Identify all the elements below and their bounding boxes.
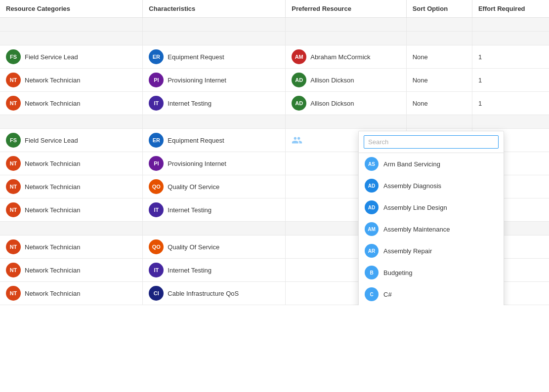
resource-cell: FSField Service Lead <box>0 45 143 69</box>
characteristic-cell: ITInternet Testing <box>143 259 286 282</box>
avatar: B <box>365 266 379 279</box>
avatar: FS <box>6 49 21 64</box>
resource-label: Network Technician <box>25 243 80 251</box>
list-item[interactable]: CC# <box>359 283 504 305</box>
resource-cell: NTNetwork Technician <box>0 282 143 305</box>
col-header-resource: Resource Categories <box>0 0 143 18</box>
resource-label: Network Technician <box>25 267 80 274</box>
characteristic-cell: ITInternet Testing <box>143 198 286 222</box>
characteristic-label: Cable Infrastructure QoS <box>168 290 239 297</box>
resource-cell: NTNetwork Technician <box>0 235 143 259</box>
characteristic-label: Internet Testing <box>168 267 211 274</box>
preferred-cell[interactable]: AMAbraham McCormick <box>286 45 406 69</box>
resource-label: Network Technician <box>25 206 80 214</box>
avatar: AM <box>365 222 379 236</box>
section-header-cell <box>406 32 472 45</box>
table-row <box>0 18 549 32</box>
resource-label: Field Service Lead <box>25 53 78 61</box>
avatar: NT <box>6 96 21 111</box>
dropdown-search-container <box>359 131 504 153</box>
resource-label: Network Technician <box>25 290 80 297</box>
avatar: C <box>365 287 379 301</box>
dropdown-list[interactable]: ASArm Band ServicingADAssembly Diagnosis… <box>359 153 504 305</box>
avatar: CI <box>149 286 164 301</box>
avatar: IT <box>149 96 164 111</box>
characteristic-label: Quality Of Service <box>168 243 219 251</box>
avatar: NT <box>6 156 21 171</box>
avatar: NT <box>6 263 21 277</box>
characteristic-label: Internet Testing <box>168 206 211 214</box>
list-item-label: Arm Band Servicing <box>383 160 440 168</box>
sort-option-cell: None <box>406 69 472 92</box>
avatar: ER <box>149 133 164 148</box>
section-header-cell <box>406 115 472 129</box>
avatar: NT <box>6 239 21 254</box>
col-header-effort: Effort Required <box>472 0 549 18</box>
list-item[interactable]: BBudgeting <box>359 262 504 283</box>
list-item-label: Assembly Repair <box>383 247 432 255</box>
preferred-label: Allison Dickson <box>310 77 354 84</box>
resource-label: Network Technician <box>25 100 80 107</box>
characteristic-label: Equipment Request <box>168 53 224 61</box>
avatar: QO <box>149 239 164 254</box>
resource-cell: NTNetwork Technician <box>0 175 143 198</box>
avatar: NT <box>6 202 21 217</box>
avatar: AR <box>365 244 379 258</box>
characteristic-cell: QOQuality Of Service <box>143 175 286 198</box>
main-table-container: Resource Categories Characteristics Pref… <box>0 0 549 305</box>
section-header-cell <box>472 32 549 45</box>
characteristic-cell: PIProvisioning Internet <box>143 69 286 92</box>
effort-cell: 1 <box>472 92 549 115</box>
list-item[interactable]: ASArm Band Servicing <box>359 153 504 175</box>
characteristic-cell: EREquipment Request <box>143 129 286 152</box>
col-header-sort: Sort Option <box>406 0 472 18</box>
resource-cell: NTNetwork Technician <box>0 198 143 222</box>
avatar: AS <box>365 157 379 171</box>
section-header-cell <box>0 222 143 235</box>
avatar: AD <box>292 73 306 87</box>
list-item-label: Budgeting <box>383 269 413 276</box>
list-item[interactable]: AMAssembly Maintenance <box>359 218 504 240</box>
section-header-cell <box>286 115 406 129</box>
list-item[interactable]: ARAssembly Repair <box>359 240 504 262</box>
avatar: AD <box>365 200 379 214</box>
list-item-label: Assembly Line Design <box>383 204 447 211</box>
person-icon <box>292 135 302 146</box>
effort-cell: 1 <box>472 45 549 69</box>
sort-option-cell: None <box>406 45 472 69</box>
resource-cell: NTNetwork Technician <box>0 92 143 115</box>
sort-option-cell: None <box>406 92 472 115</box>
list-item[interactable]: ADAssembly Diagnosis <box>359 175 504 196</box>
avatar: NT <box>6 73 21 87</box>
section-header-cell <box>143 115 286 129</box>
preferred-label: Allison Dickson <box>310 100 354 107</box>
table-row: FSField Service LeadEREquipment RequestA… <box>0 45 549 69</box>
resource-label: Network Technician <box>25 77 80 84</box>
avatar: IT <box>149 202 164 217</box>
section-header-cell <box>0 115 143 129</box>
preferred-cell[interactable]: ADAllison Dickson <box>286 69 406 92</box>
preferred-resource-dropdown[interactable]: ASArm Band ServicingADAssembly Diagnosis… <box>358 131 504 305</box>
section-header-cell <box>0 18 143 32</box>
section-header-cell <box>406 18 472 32</box>
avatar: IT <box>149 263 164 277</box>
avatar: AD <box>292 96 306 111</box>
characteristic-cell: CICable Infrastructure QoS <box>143 282 286 305</box>
col-header-preferred: Preferred Resource <box>286 0 406 18</box>
list-item[interactable]: ADAssembly Line Design <box>359 196 504 218</box>
section-header-cell <box>0 32 143 45</box>
avatar: FS <box>6 133 21 148</box>
characteristic-cell: EREquipment Request <box>143 45 286 69</box>
resource-cell: NTNetwork Technician <box>0 152 143 175</box>
effort-cell: 1 <box>472 69 549 92</box>
section-header-cell <box>472 18 549 32</box>
avatar: NT <box>6 286 21 301</box>
list-item-label: Assembly Diagnosis <box>383 182 441 190</box>
characteristic-label: Internet Testing <box>168 100 211 107</box>
avatar: AD <box>365 179 379 193</box>
avatar: PI <box>149 73 164 87</box>
preferred-cell[interactable]: ADAllison Dickson <box>286 92 406 115</box>
list-item-label: C# <box>383 291 392 298</box>
search-input[interactable] <box>364 135 499 149</box>
characteristic-label: Equipment Request <box>168 137 224 144</box>
